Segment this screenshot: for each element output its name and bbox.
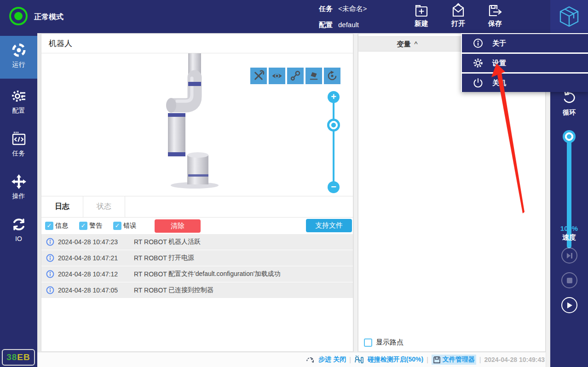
step-mode-toggle[interactable]: 步进 关闭 <box>318 356 346 364</box>
show-waypoints-label: 显示路点 <box>376 338 404 347</box>
visibility-button[interactable] <box>269 68 285 84</box>
task-value: <未命名> <box>338 5 367 13</box>
brand-cube-icon <box>559 6 580 28</box>
skip-icon <box>566 252 573 259</box>
log-source: RT ROBOT <box>134 238 167 246</box>
clock-text: 2024-04-28 10:49:43 <box>484 356 545 363</box>
eraser-icon <box>308 70 320 82</box>
speed-slider-knob[interactable] <box>563 130 576 143</box>
info-circle-icon <box>46 286 54 294</box>
info-icon <box>473 38 483 48</box>
log-tabs: 日志 状态 <box>41 196 353 218</box>
step-forward-button[interactable] <box>561 247 577 264</box>
error-label: 错误 <box>123 222 136 230</box>
top-bar: 正常模式 任务 <未命名> 配置 default 新建 打开 <box>0 0 588 33</box>
speed-readout: 100% 速度 <box>550 224 588 242</box>
power-icon <box>473 78 483 88</box>
file-manager-button[interactable]: 文件管理器 <box>432 355 476 365</box>
collision-detection-icon <box>354 356 364 364</box>
task-label: 任务 <box>319 5 333 13</box>
sidebar-item-io[interactable]: IO <box>0 210 37 253</box>
tab-status[interactable]: 状态 <box>83 196 125 217</box>
sidebar-item-run[interactable]: 运行 <box>0 36 37 79</box>
robot-panel-title: 机器人 <box>41 34 353 53</box>
config-label: 配置 <box>319 21 333 29</box>
play-button[interactable] <box>561 297 577 313</box>
menu-item-settings[interactable]: 设置 <box>462 54 588 72</box>
config-value: default <box>338 21 359 29</box>
open-task-button[interactable]: 打开 <box>444 3 473 28</box>
collapse-caret-icon: ^ <box>414 40 417 48</box>
sidebar-item-task[interactable]: 任务 <box>0 125 37 167</box>
log-message: 配置文件'default.configuration'加载成功 <box>168 270 280 278</box>
log-message: 机器人活跃 <box>168 238 201 246</box>
task-row: 任务 <未命名> <box>319 5 367 13</box>
log-list[interactable]: 2024-04-28 10:47:23 RT ROBOT 机器人活跃 2024-… <box>41 234 353 298</box>
log-source: RT ROBOT <box>134 270 167 278</box>
clear-log-button[interactable]: 清除 <box>155 219 201 233</box>
app-dropdown-menu: 关于 设置 关机 <box>461 33 588 92</box>
variables-title: 变量 <box>397 40 410 48</box>
menu-item-label: 关机 <box>492 79 506 87</box>
loop-icon <box>550 91 588 106</box>
show-waypoints-checkbox[interactable] <box>364 338 372 347</box>
log-message: 已连接到控制器 <box>168 286 213 294</box>
info-circle-icon <box>46 270 54 278</box>
gear-list-icon <box>0 88 37 104</box>
filter-error: ✓ 错误 <box>113 222 144 230</box>
collision-detection-toggle[interactable]: 碰撞检测开启(50%) <box>368 356 423 364</box>
tools-icon <box>253 70 265 82</box>
error-checkbox[interactable]: ✓ <box>113 222 121 230</box>
log-time: 2024-04-28 10:47:05 <box>58 287 118 294</box>
new-task-button[interactable]: 新建 <box>407 3 436 28</box>
open-envelope-icon <box>444 3 473 18</box>
log-message: 打开电源 <box>168 254 194 262</box>
path-button[interactable] <box>287 68 304 84</box>
filter-info: ✓ 信息 <box>45 222 75 230</box>
sidebar-item-operate[interactable]: 操作 <box>0 167 37 210</box>
file-manager-label: 文件管理器 <box>443 356 475 364</box>
loop-button[interactable]: 循环 <box>550 91 588 117</box>
info-circle-icon <box>46 254 54 262</box>
middle-scrollbar[interactable] <box>353 34 358 352</box>
robot-3d-view[interactable]: + − <box>41 53 353 191</box>
log-row: 2024-04-28 10:47:12 RT ROBOT 配置文件'defaul… <box>41 266 353 282</box>
zoom-in-button[interactable]: + <box>328 91 340 103</box>
show-waypoints-row: 显示路点 <box>364 338 404 347</box>
log-filter-row: ✓ 信息 ✓ 警告 ✓ 错误 清除 支持文件 <box>41 218 353 234</box>
save-button[interactable]: 保存 <box>480 3 510 28</box>
separator: | <box>427 356 428 363</box>
move-arrows-icon <box>0 174 37 189</box>
play-icon <box>566 302 573 309</box>
sidebar-item-config[interactable]: 配置 <box>0 82 37 125</box>
warning-checkbox[interactable]: ✓ <box>79 222 87 230</box>
eraser-button[interactable] <box>306 68 322 84</box>
new-folder-icon <box>407 3 436 18</box>
zoom-out-button[interactable]: − <box>328 181 340 193</box>
code-window-icon <box>0 131 37 147</box>
warning-label: 警告 <box>89 222 102 230</box>
info-label: 信息 <box>55 222 68 230</box>
info-circle-icon <box>46 238 54 246</box>
tab-log[interactable]: 日志 <box>41 196 83 217</box>
reset-view-button[interactable] <box>324 68 340 84</box>
status-code-badge: 38EB <box>2 349 35 366</box>
zoom-slider-knob[interactable] <box>327 119 340 132</box>
app-menu-button[interactable] <box>550 0 588 33</box>
separator: | <box>349 356 351 363</box>
tools-button[interactable] <box>250 68 267 84</box>
stop-button[interactable] <box>561 272 577 288</box>
log-source: RT ROBOT <box>134 254 167 262</box>
filter-warning: ✓ 警告 <box>79 222 110 230</box>
menu-item-about[interactable]: 关于 <box>462 34 588 52</box>
support-file-button[interactable]: 支持文件 <box>306 219 352 232</box>
log-time: 2024-04-28 10:47:12 <box>58 270 118 278</box>
log-row: 2024-04-28 10:47:21 RT ROBOT 打开电源 <box>41 250 353 266</box>
info-checkbox[interactable]: ✓ <box>45 222 53 230</box>
run-icon <box>0 42 37 58</box>
separator: | <box>479 356 481 363</box>
menu-item-shutdown[interactable]: 关机 <box>462 74 588 92</box>
gear-icon <box>473 58 483 68</box>
file-manager-icon <box>433 356 441 364</box>
status-bar: 步进 关闭 | 碰撞检测开启(50%) | 文件管理器 | 2024-04-28… <box>37 352 546 367</box>
